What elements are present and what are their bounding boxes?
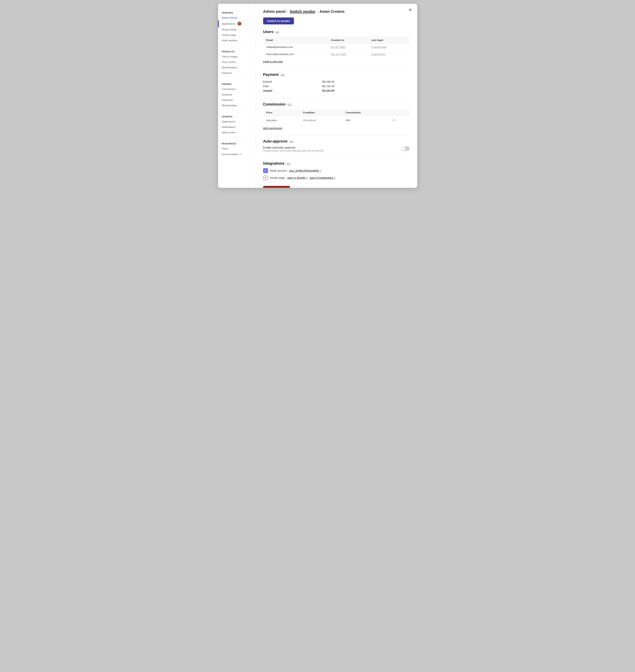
payment-section-title: Payment xyxy=(263,72,279,77)
autoapprove-help-icon[interactable]: 📖 xyxy=(289,139,293,143)
breadcrumb-switch-vendor[interactable]: Switch vendor xyxy=(290,9,315,14)
sidebar-item-applications[interactable]: Applications 3 xyxy=(218,20,256,27)
users-col-login: Last login xyxy=(368,37,410,44)
stripe-account-link[interactable]: acct_1PqltLQ0D4xo9ehE↗ xyxy=(289,169,321,172)
stripe-label: Stripe account: xyxy=(270,169,287,172)
users-help-icon[interactable]: 📖 xyxy=(275,30,280,34)
user-login-2[interactable]: a month ago xyxy=(371,53,386,55)
sidebar-section-orders: ORDERS xyxy=(218,80,256,86)
sidebar: VENDORS Switch vendor Applications 3 Ven… xyxy=(218,4,256,188)
user-created-2[interactable]: Dec 23, 2024 xyxy=(331,53,346,55)
open-shopify-link[interactable]: open in Shopify↗ xyxy=(287,176,308,179)
sidebar-section-resources: RESOURCES xyxy=(218,139,256,146)
sidebar-item-invite-vendors[interactable]: Invite vendors xyxy=(218,38,256,43)
sidebar-item-features[interactable]: Features xyxy=(218,70,256,76)
stripe-icon: S xyxy=(263,168,268,173)
payment-section: Payment 📖 Earned $8,448.26 Paid -$4,115.… xyxy=(263,72,410,93)
payment-label-earned: Earned xyxy=(263,80,272,83)
sidebar-item-title-images[interactable]: Title & images xyxy=(218,54,256,59)
commission-col-price: Price xyxy=(263,109,300,116)
breadcrumb: Admin panel › Switch vendor › Asian Crow… xyxy=(263,9,410,14)
breadcrumb-admin-panel: Admin panel xyxy=(263,9,286,14)
table-row: finance@ananature.com Dec 23, 2024 a mon… xyxy=(263,51,410,58)
user-created-1[interactable]: Oct 23, 2023 xyxy=(331,46,345,48)
breadcrumb-sep-2: › xyxy=(317,9,318,14)
stripe-ext-arrow: ↗ xyxy=(319,170,321,172)
autoapprove-toggle[interactable] xyxy=(401,147,410,151)
sidebar-item-documentation[interactable]: Documentation ↗ xyxy=(218,151,256,157)
sidebar-item-switch-vendor[interactable]: Switch vendor xyxy=(218,15,256,20)
payment-label-paid: Paid xyxy=(263,85,268,88)
autoapprove-toggle-row: Enable automatic approval All submission… xyxy=(263,146,410,152)
user-email-2: finance@ananature.com xyxy=(263,51,328,58)
applications-badge: 3 xyxy=(238,22,241,25)
commission-row: Any price All products 20% 🗑 xyxy=(263,116,410,125)
stripe-integration-row: S Stripe account: acct_1PqltLQ0D4xo9ehE↗ xyxy=(263,168,410,173)
payment-value-earned: $8,448.26 xyxy=(322,80,334,83)
shopify-ext-arrow: ↗ xyxy=(306,177,308,179)
divider-4 xyxy=(222,137,252,137)
switch-to-vendor-button[interactable]: Switch to vendor xyxy=(263,18,294,24)
payment-rows: Earned $8,448.26 Paid -$4,115.35 Unpaid … xyxy=(263,80,410,93)
payment-row-earned: Earned $8,448.26 xyxy=(263,80,334,84)
divider-1 xyxy=(222,45,252,45)
integrations-help-icon[interactable]: 📖 xyxy=(286,161,290,165)
commission-col-actions xyxy=(389,109,410,116)
vendor-page-label: Vendor page: xyxy=(270,176,285,179)
sidebar-section-products: PRODUCTS xyxy=(218,47,256,54)
payment-section-header: Payment 📖 xyxy=(263,72,410,77)
table-row: natalia@ananature.com Oct 23, 2023 5 mon… xyxy=(263,44,410,51)
main-content: ✕ Admin panel › Switch vendor › Asian Cr… xyxy=(256,4,417,188)
open-marketplace-link[interactable]: open in marketplace↗ xyxy=(309,176,335,179)
autoapprove-section: Auto-approve 📖 Enable automatic approval… xyxy=(263,139,410,152)
sidebar-item-vendor-page[interactable]: Vendor page xyxy=(218,32,256,38)
users-section-header: Users 📖 xyxy=(263,30,410,34)
sidebar-item-specifications[interactable]: Specifications xyxy=(218,65,256,70)
divider-autoapprove-integrations xyxy=(263,157,410,158)
autoapprove-label: Enable automatic approval xyxy=(263,146,324,149)
user-login-1[interactable]: 5 months ago xyxy=(371,46,387,48)
autoapprove-label-block: Enable automatic approval All submission… xyxy=(263,146,324,152)
payment-row-unpaid: Unpaid $4,332.90 xyxy=(263,88,334,93)
sidebar-item-vendor-fields[interactable]: Vendor fields xyxy=(218,27,256,32)
divider-3 xyxy=(222,110,252,110)
sidebar-section-vendors: VENDORS xyxy=(218,8,256,15)
sidebar-item-plans[interactable]: Plans xyxy=(218,146,256,151)
add-commission-link[interactable]: Add commission xyxy=(263,127,283,130)
payment-value-unpaid: $4,332.90 xyxy=(322,89,334,92)
commission-condition: All products xyxy=(300,116,343,125)
sidebar-item-commission[interactable]: Commission xyxy=(218,86,256,92)
sidebar-item-memberships[interactable]: Memberships xyxy=(218,103,256,108)
autoapprove-section-title: Auto-approve xyxy=(263,139,287,143)
sidebar-item-payments[interactable]: Payments xyxy=(218,97,256,103)
marketplace-ext-arrow: ↗ xyxy=(333,177,335,179)
breadcrumb-sep-1: › xyxy=(287,9,288,14)
payment-help-icon[interactable]: 📖 xyxy=(281,73,285,77)
toggle-knob xyxy=(402,147,406,151)
vendor-page-integration-row: 👁 Vendor page: open in Shopify↗ open in … xyxy=(263,175,410,180)
users-col-created: Created on xyxy=(328,37,368,44)
bottom-actions: Delete vendor Documentation ↗ xyxy=(263,186,410,188)
invite-new-user-link[interactable]: Invite a new user xyxy=(263,60,283,63)
commission-delete-icon[interactable]: 🗑 xyxy=(392,118,395,122)
divider-payment-commission xyxy=(263,98,410,98)
users-col-email: Email xyxy=(263,37,328,44)
users-section-title: Users xyxy=(263,30,273,34)
commission-price: Any price xyxy=(263,116,300,125)
eye-icon: 👁 xyxy=(263,175,268,180)
sidebar-item-notifications[interactable]: Notifications xyxy=(218,124,256,130)
integrations-section-header: Integrations 📖 xyxy=(263,161,410,165)
autoapprove-section-header: Auto-approve 📖 xyxy=(263,139,410,143)
sidebar-section-general: GENERAL xyxy=(218,112,256,119)
payment-label-unpaid: Unpaid xyxy=(263,89,272,92)
breadcrumb-vendor-name: Asian Crowns xyxy=(320,9,345,14)
commission-table: Price Condition Commission Any price All… xyxy=(263,109,410,125)
sidebar-item-shipping[interactable]: Shipping xyxy=(218,92,256,97)
users-section: Users 📖 Email Created on Last login nata… xyxy=(263,30,410,63)
sidebar-item-admin-users[interactable]: Admin users xyxy=(218,130,256,135)
sidebar-item-price-sku[interactable]: Price & SKU xyxy=(218,59,256,65)
close-button[interactable]: ✕ xyxy=(408,7,413,13)
sidebar-item-appearance[interactable]: Appearance xyxy=(218,119,256,124)
commission-help-icon[interactable]: 📖 xyxy=(287,102,292,107)
delete-vendor-button[interactable]: Delete vendor xyxy=(263,186,290,188)
